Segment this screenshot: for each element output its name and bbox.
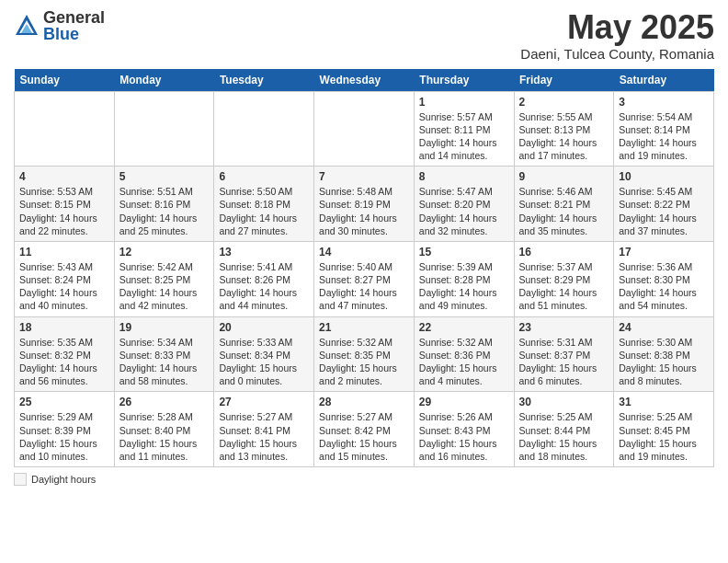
legend: Daylight hours <box>14 473 714 486</box>
day-number: 25 <box>19 396 109 408</box>
day-content: Sunrise: 5:32 AM Sunset: 8:35 PM Dayligh… <box>319 336 409 388</box>
legend-label: Daylight hours <box>31 474 96 485</box>
day-content: Sunrise: 5:40 AM Sunset: 8:27 PM Dayligh… <box>319 260 409 313</box>
table-row <box>314 91 415 167</box>
table-row: 17Sunrise: 5:36 AM Sunset: 8:30 PM Dayli… <box>614 241 714 316</box>
day-content: Sunrise: 5:43 AM Sunset: 8:24 PM Dayligh… <box>19 260 109 313</box>
day-content: Sunrise: 5:35 AM Sunset: 8:32 PM Dayligh… <box>19 336 109 388</box>
table-row <box>15 91 115 167</box>
day-number: 22 <box>419 321 509 334</box>
day-number: 5 <box>119 170 210 183</box>
day-number: 11 <box>19 246 109 259</box>
day-content: Sunrise: 5:51 AM Sunset: 8:16 PM Dayligh… <box>119 185 210 237</box>
table-row <box>214 91 314 167</box>
table-row: 13Sunrise: 5:41 AM Sunset: 8:26 PM Dayli… <box>214 241 314 316</box>
col-saturday: Saturday <box>614 69 714 92</box>
day-number: 18 <box>19 321 109 334</box>
table-row: 30Sunrise: 5:25 AM Sunset: 8:44 PM Dayli… <box>514 392 614 467</box>
day-content: Sunrise: 5:25 AM Sunset: 8:44 PM Dayligh… <box>519 410 609 463</box>
col-monday: Monday <box>114 69 214 92</box>
table-row: 25Sunrise: 5:29 AM Sunset: 8:39 PM Dayli… <box>15 392 115 467</box>
day-number: 15 <box>419 246 509 259</box>
day-number: 4 <box>19 170 109 183</box>
table-row: 23Sunrise: 5:31 AM Sunset: 8:37 PM Dayli… <box>514 316 614 392</box>
calendar-week-3: 11Sunrise: 5:43 AM Sunset: 8:24 PM Dayli… <box>15 241 714 316</box>
table-row: 29Sunrise: 5:26 AM Sunset: 8:43 PM Dayli… <box>414 392 514 467</box>
col-thursday: Thursday <box>414 69 514 92</box>
main-title: May 2025 <box>520 9 714 46</box>
table-row: 26Sunrise: 5:28 AM Sunset: 8:40 PM Dayli… <box>114 392 214 467</box>
day-content: Sunrise: 5:53 AM Sunset: 8:15 PM Dayligh… <box>19 185 109 237</box>
table-row: 15Sunrise: 5:39 AM Sunset: 8:28 PM Dayli… <box>414 241 514 316</box>
day-number: 9 <box>519 170 609 183</box>
day-content: Sunrise: 5:39 AM Sunset: 8:28 PM Dayligh… <box>419 260 509 313</box>
day-content: Sunrise: 5:34 AM Sunset: 8:33 PM Dayligh… <box>119 336 210 388</box>
logo-icon <box>14 13 40 39</box>
table-row: 20Sunrise: 5:33 AM Sunset: 8:34 PM Dayli… <box>214 316 314 392</box>
day-content: Sunrise: 5:41 AM Sunset: 8:26 PM Dayligh… <box>219 260 309 313</box>
day-number: 12 <box>119 246 210 259</box>
table-row: 31Sunrise: 5:25 AM Sunset: 8:45 PM Dayli… <box>614 392 714 467</box>
day-number: 23 <box>519 321 609 334</box>
table-row: 9Sunrise: 5:46 AM Sunset: 8:21 PM Daylig… <box>514 167 614 242</box>
table-row: 10Sunrise: 5:45 AM Sunset: 8:22 PM Dayli… <box>614 167 714 242</box>
day-number: 16 <box>519 246 609 259</box>
table-row: 18Sunrise: 5:35 AM Sunset: 8:32 PM Dayli… <box>15 316 115 392</box>
calendar-week-1: 1Sunrise: 5:57 AM Sunset: 8:11 PM Daylig… <box>15 91 714 167</box>
day-number: 27 <box>219 396 309 408</box>
day-content: Sunrise: 5:25 AM Sunset: 8:45 PM Dayligh… <box>619 410 709 463</box>
table-row: 14Sunrise: 5:40 AM Sunset: 8:27 PM Dayli… <box>314 241 415 316</box>
day-content: Sunrise: 5:27 AM Sunset: 8:41 PM Dayligh… <box>219 410 309 463</box>
col-wednesday: Wednesday <box>314 69 415 92</box>
day-number: 29 <box>419 396 509 408</box>
table-row: 16Sunrise: 5:37 AM Sunset: 8:29 PM Dayli… <box>514 241 614 316</box>
logo-blue: Blue <box>43 26 105 42</box>
day-content: Sunrise: 5:29 AM Sunset: 8:39 PM Dayligh… <box>19 410 109 463</box>
day-number: 24 <box>619 321 709 334</box>
day-content: Sunrise: 5:50 AM Sunset: 8:18 PM Dayligh… <box>219 185 309 237</box>
legend-box <box>14 473 27 486</box>
day-number: 20 <box>219 321 309 334</box>
day-number: 2 <box>519 96 609 109</box>
day-number: 21 <box>319 321 409 334</box>
table-row: 27Sunrise: 5:27 AM Sunset: 8:41 PM Dayli… <box>214 392 314 467</box>
table-row: 7Sunrise: 5:48 AM Sunset: 8:19 PM Daylig… <box>314 167 415 242</box>
day-number: 7 <box>319 170 409 183</box>
logo-text: General Blue <box>43 9 105 42</box>
day-number: 13 <box>219 246 309 259</box>
calendar-week-4: 18Sunrise: 5:35 AM Sunset: 8:32 PM Dayli… <box>15 316 714 392</box>
day-number: 19 <box>119 321 210 334</box>
table-row: 3Sunrise: 5:54 AM Sunset: 8:14 PM Daylig… <box>614 91 714 167</box>
table-row: 19Sunrise: 5:34 AM Sunset: 8:33 PM Dayli… <box>114 316 214 392</box>
table-row: 5Sunrise: 5:51 AM Sunset: 8:16 PM Daylig… <box>114 167 214 242</box>
day-number: 17 <box>619 246 709 259</box>
page: General Blue May 2025 Daeni, Tulcea Coun… <box>0 0 728 500</box>
title-block: May 2025 Daeni, Tulcea County, Romania <box>520 9 714 62</box>
day-content: Sunrise: 5:27 AM Sunset: 8:42 PM Dayligh… <box>319 410 409 463</box>
table-row: 6Sunrise: 5:50 AM Sunset: 8:18 PM Daylig… <box>214 167 314 242</box>
calendar-table: Sunday Monday Tuesday Wednesday Thursday… <box>14 69 714 467</box>
day-content: Sunrise: 5:30 AM Sunset: 8:38 PM Dayligh… <box>619 336 709 388</box>
day-number: 8 <box>419 170 509 183</box>
logo: General Blue <box>14 9 105 42</box>
day-content: Sunrise: 5:36 AM Sunset: 8:30 PM Dayligh… <box>619 260 709 313</box>
table-row: 2Sunrise: 5:55 AM Sunset: 8:13 PM Daylig… <box>514 91 614 167</box>
day-content: Sunrise: 5:33 AM Sunset: 8:34 PM Dayligh… <box>219 336 309 388</box>
day-content: Sunrise: 5:28 AM Sunset: 8:40 PM Dayligh… <box>119 410 210 463</box>
day-number: 28 <box>319 396 409 408</box>
col-friday: Friday <box>514 69 614 92</box>
day-content: Sunrise: 5:57 AM Sunset: 8:11 PM Dayligh… <box>419 110 509 163</box>
day-number: 30 <box>519 396 609 408</box>
logo-general: General <box>43 9 105 26</box>
day-number: 1 <box>419 96 509 109</box>
day-number: 31 <box>619 396 709 408</box>
day-content: Sunrise: 5:45 AM Sunset: 8:22 PM Dayligh… <box>619 185 709 237</box>
day-content: Sunrise: 5:47 AM Sunset: 8:20 PM Dayligh… <box>419 185 509 237</box>
subtitle: Daeni, Tulcea County, Romania <box>520 46 714 62</box>
day-content: Sunrise: 5:54 AM Sunset: 8:14 PM Dayligh… <box>619 110 709 163</box>
day-content: Sunrise: 5:32 AM Sunset: 8:36 PM Dayligh… <box>419 336 509 388</box>
day-content: Sunrise: 5:31 AM Sunset: 8:37 PM Dayligh… <box>519 336 609 388</box>
table-row: 21Sunrise: 5:32 AM Sunset: 8:35 PM Dayli… <box>314 316 415 392</box>
calendar-week-5: 25Sunrise: 5:29 AM Sunset: 8:39 PM Dayli… <box>15 392 714 467</box>
table-row: 28Sunrise: 5:27 AM Sunset: 8:42 PM Dayli… <box>314 392 415 467</box>
